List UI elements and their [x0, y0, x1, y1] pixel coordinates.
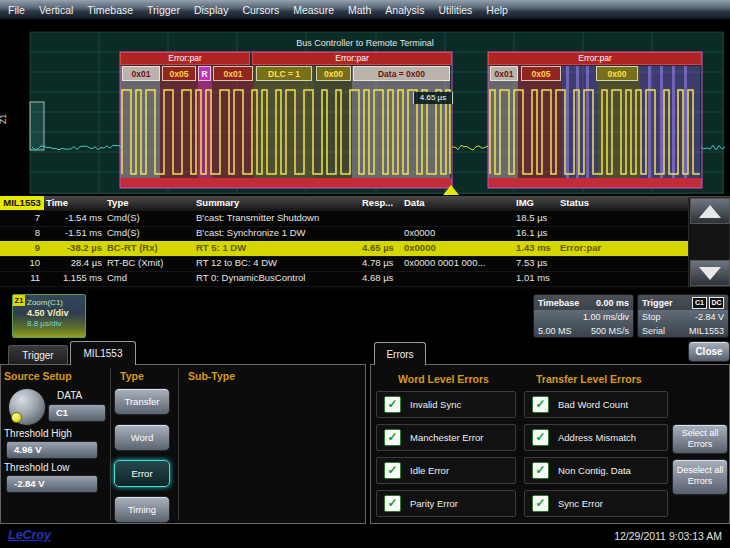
checkbox-parity-error[interactable]: ✓ Parity Error: [376, 490, 516, 517]
cell-img: 1.43 ms: [516, 242, 551, 253]
scroll-up-button[interactable]: [690, 198, 730, 224]
table-row[interactable]: 11 1.155 ms Cmd RT 0: DynamicBusControl …: [0, 271, 688, 287]
menu-cursors[interactable]: Cursors: [242, 4, 279, 16]
col-header-resp[interactable]: Resp...: [362, 197, 393, 208]
cell-time: -1.54 ms: [46, 212, 102, 223]
table-row-selected[interactable]: 9 -38.2 µs BC-RT (Rx) RT 5: 1 DW 4.65 µs…: [0, 241, 688, 257]
deselect-all-errors-button[interactable]: Deselect all Errors: [672, 459, 728, 495]
close-button[interactable]: Close: [688, 341, 730, 362]
checkbox-label: Non Contig. Data: [558, 465, 631, 476]
threshold-high-field[interactable]: 4.96 V: [6, 441, 98, 459]
checkbox-label: Bad Word Count: [558, 399, 628, 410]
checkbox-bad-word-count[interactable]: ✓ Bad Word Count: [524, 391, 668, 418]
table-row[interactable]: 8 -1.51 ms Cmd(S) B'cast: Synchronize 1 …: [0, 226, 688, 242]
checkbox-invalid-sync[interactable]: ✓ Invalid Sync: [376, 391, 516, 418]
checkbox-label: Parity Error: [410, 498, 458, 509]
checkbox-label: Idle Error: [410, 465, 449, 476]
checkbox-non-contig-data[interactable]: ✓ Non Contig. Data: [524, 457, 668, 484]
table-row[interactable]: 7 -1.54 ms Cmd(S) B'cast: Transmitter Sh…: [0, 211, 688, 227]
zoom-source: Zoom(C1): [27, 298, 85, 308]
timebase-panel[interactable]: Timebase 0.00 ms 1.00 ms/div 5.00 MS 500…: [533, 294, 634, 338]
checkbox-checked-icon: ✓: [532, 429, 549, 446]
cell-time: -38.2 µs: [46, 242, 102, 253]
decode-field: Data = 0x00: [353, 66, 450, 81]
threshold-low-field[interactable]: -2.84 V: [6, 475, 98, 493]
type-timing-button[interactable]: Timing: [114, 496, 170, 523]
col-header-status[interactable]: Status: [560, 197, 589, 208]
decode-table: MIL1553 Time Type Summary Resp... Data I…: [0, 196, 730, 290]
menu-file[interactable]: File: [8, 4, 25, 16]
cell-index: 9: [0, 242, 40, 253]
cell-index: 11: [0, 272, 40, 283]
threshold-low-label: Threshold Low: [4, 462, 70, 473]
menu-help[interactable]: Help: [486, 4, 508, 16]
menu-vertical[interactable]: Vertical: [39, 4, 73, 16]
tab-errors[interactable]: Errors: [374, 342, 426, 365]
col-header-data[interactable]: Data: [404, 197, 425, 208]
table-scrollbar[interactable]: [688, 197, 730, 287]
col-header-type[interactable]: Type: [107, 197, 128, 208]
zoom-source-marker: [30, 102, 44, 150]
transfer-errors-title: Transfer Level Errors: [536, 373, 642, 385]
menu-utilities[interactable]: Utilities: [438, 4, 472, 16]
menu-timebase[interactable]: Timebase: [87, 4, 133, 16]
source-knob[interactable]: [8, 388, 46, 426]
cell-index: 10: [0, 257, 40, 268]
tab-mil1553[interactable]: MIL1553: [70, 341, 136, 365]
type-word-button[interactable]: Word: [114, 424, 170, 451]
decode-field: 0x00: [316, 66, 351, 81]
divider: [110, 368, 111, 520]
decode-field: 0x05: [162, 66, 196, 81]
cell-summary: B'cast: Transmitter Shutdown: [196, 212, 319, 223]
col-header-time[interactable]: Time: [46, 197, 102, 208]
col-header-summary[interactable]: Summary: [196, 197, 239, 208]
source-channel-select[interactable]: C1: [48, 404, 106, 422]
checkbox-label: Invalid Sync: [410, 399, 461, 410]
cell-data: 0x0000: [404, 242, 436, 253]
cell-time: 28.4 µs: [46, 257, 102, 268]
scroll-down-button[interactable]: [690, 260, 730, 286]
menu-analysis[interactable]: Analysis: [385, 4, 424, 16]
col-header-img[interactable]: IMG: [516, 197, 534, 208]
checkbox-idle-error[interactable]: ✓ Idle Error: [376, 457, 516, 484]
waveform-area[interactable]: Bus Controller to Remote Terminal Error:…: [0, 26, 730, 196]
word-errors-title: Word Level Errors: [398, 373, 489, 385]
checkbox-manchester-error[interactable]: ✓ Manchester Error: [376, 424, 516, 451]
source-setup-title: Source Setup: [4, 370, 72, 382]
menu-bar: File Vertical Timebase Trigger Display C…: [0, 0, 730, 20]
trigger-level: -2.84 V: [695, 312, 724, 322]
cell-img: 18.5 µs: [516, 212, 547, 223]
menu-measure[interactable]: Measure: [293, 4, 334, 16]
trigger-label: Trigger: [642, 298, 673, 308]
table-row[interactable]: 10 28.4 µs RT-BC (Xmit) RT 12 to BC: 4 D…: [0, 256, 688, 272]
cell-img: 7.53 µs: [516, 257, 547, 268]
data-label: DATA: [57, 390, 82, 401]
cell-type: BC-RT (Rx): [107, 242, 158, 253]
checkbox-checked-icon: ✓: [384, 495, 401, 512]
checkbox-checked-icon: ✓: [384, 429, 401, 446]
checkbox-checked-icon: ✓: [532, 495, 549, 512]
checkbox-checked-icon: ✓: [532, 396, 549, 413]
z1-tab: Z1: [13, 295, 25, 306]
decode-field: 0x00: [596, 66, 638, 81]
decode-field: 0x05: [521, 66, 561, 81]
cell-data: 0x0000 0001 000...: [404, 257, 485, 268]
type-transfer-button[interactable]: Transfer: [114, 388, 170, 415]
select-all-errors-button[interactable]: Select all Errors: [672, 424, 728, 454]
zoom-trace-descriptor[interactable]: Z1 Zoom(C1) 4.50 V/div 8.8 µs/div: [12, 294, 86, 338]
decode-error-banner: Error:par: [120, 52, 250, 65]
timebase-offset: 0.00 ms: [596, 298, 629, 308]
menu-math[interactable]: Math: [348, 4, 371, 16]
trigger-panel[interactable]: Trigger C1DC Stop -2.84 V Serial MIL1553: [637, 294, 729, 338]
lecroy-logo: LeCroy: [8, 528, 51, 542]
arrow-down-icon: [699, 267, 721, 280]
cell-status: Error:par: [560, 242, 601, 253]
checkbox-address-mismatch[interactable]: ✓ Address Mismatch: [524, 424, 668, 451]
menu-trigger[interactable]: Trigger: [147, 4, 180, 16]
decode-field: 0x01: [213, 66, 253, 81]
menu-display[interactable]: Display: [194, 4, 228, 16]
type-error-button[interactable]: Error: [114, 460, 170, 487]
decode-field: 0x01: [490, 66, 518, 81]
tab-trigger[interactable]: Trigger: [8, 345, 68, 365]
checkbox-sync-error[interactable]: ✓ Sync Error: [524, 490, 668, 517]
